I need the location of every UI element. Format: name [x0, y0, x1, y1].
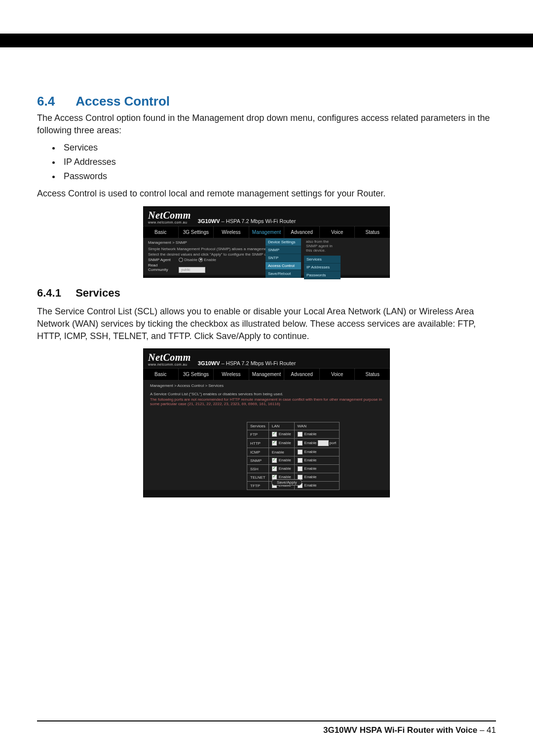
submenu-services[interactable]: Services — [304, 256, 341, 264]
wan-cell: Enable — [294, 456, 340, 465]
lan-enable-label: Enable — [279, 441, 291, 445]
submenu-passwords[interactable]: Passwords — [304, 271, 341, 279]
nav-advanced[interactable]: Advanced — [284, 227, 319, 238]
read-community-label: Read Community — [148, 263, 178, 272]
service-name: TFTP — [247, 482, 269, 490]
wan-enable-checkbox[interactable] — [298, 466, 303, 471]
wan-enable-checkbox[interactable] — [298, 432, 303, 437]
service-name: FTP — [247, 430, 269, 439]
wan-enable-checkbox[interactable] — [298, 458, 303, 463]
nav-3g-settings[interactable]: 3G Settings — [178, 227, 214, 238]
brand-url: www.netcomm.com.au — [148, 363, 191, 366]
page-content: 6.4 Access Control The Access Control op… — [37, 94, 496, 506]
list-item: IP Addresses — [61, 157, 496, 167]
wan-enable-label: Enable — [305, 432, 317, 436]
wan-enable-label: Enable — [305, 450, 317, 454]
nav-wireless[interactable]: Wireless — [213, 227, 249, 238]
intro-paragraph-2: Access Control is used to control local … — [37, 188, 496, 200]
col-wan: WAN — [294, 422, 340, 430]
section-title: Access Control — [76, 94, 170, 109]
lan-enable-checkbox[interactable] — [272, 432, 277, 437]
service-name: SSH — [247, 465, 269, 473]
snmp-agent-trailing-text: also from the SNMP agent in this device. — [304, 238, 341, 256]
footer-product: 3G10WV HSPA Wi-Fi Router with Voice — [323, 725, 477, 735]
dropdown-snmp[interactable]: SNMP — [266, 246, 301, 254]
col-lan: LAN — [268, 422, 294, 430]
lan-enable-checkbox[interactable] — [272, 441, 277, 446]
wan-cell: Enable — [294, 448, 340, 456]
brand-block: NetComm www.netcomm.com.au — [148, 352, 191, 366]
submenu-ip-addresses[interactable]: IP Addresses — [304, 264, 341, 271]
subsection-number: 6.4.1 — [37, 287, 73, 300]
table-row: SSHEnableEnable — [247, 465, 340, 473]
nav-voice[interactable]: Voice — [319, 227, 355, 238]
service-name: TELNET — [247, 473, 269, 482]
dropdown-device-settings[interactable]: Device Settings — [266, 238, 301, 246]
list-item: Passwords — [61, 171, 496, 182]
breadcrumb: Management > Access Control > Services — [150, 383, 383, 388]
section-heading: 6.4 Access Control — [37, 94, 496, 109]
document-page: 6.4 Access Control The Access Control op… — [0, 0, 533, 756]
wan-enable-label: Enable — [305, 483, 317, 488]
dropdown-sntp[interactable]: SNTP — [266, 254, 301, 262]
lan-enable-checkbox[interactable] — [272, 458, 277, 463]
screenshot-access-control-menu: NetComm www.netcomm.com.au 3G10WV – HSPA… — [37, 206, 496, 278]
router-ui-snmp: NetComm www.netcomm.com.au 3G10WV – HSPA… — [143, 206, 390, 278]
wan-enable-checkbox[interactable] — [298, 450, 303, 454]
nav-status[interactable]: Status — [354, 227, 390, 238]
table-row: HTTPEnableEnableport — [247, 439, 340, 448]
col-services: Services — [247, 422, 269, 430]
nav-basic[interactable]: Basic — [143, 369, 178, 380]
list-item: Services — [61, 143, 496, 153]
router-nav: Basic 3G Settings Wireless Management Ad… — [143, 368, 390, 380]
router-body-services: Management > Access Control > Services A… — [143, 380, 390, 490]
radio-disable[interactable] — [179, 258, 183, 262]
brand-logo: NetComm — [148, 352, 191, 362]
intro-paragraph: The Access Control option found in the M… — [37, 112, 496, 137]
table-row: SNMPEnableEnable — [247, 456, 340, 465]
wan-enable-label: Enable — [305, 441, 317, 445]
lan-cell: Enable — [268, 430, 294, 439]
nav-status[interactable]: Status — [354, 369, 390, 380]
nav-basic[interactable]: Basic — [143, 227, 178, 238]
nav-voice[interactable]: Voice — [319, 369, 355, 380]
wan-port-input[interactable] — [318, 440, 329, 446]
save-apply-button[interactable]: Save/Apply — [271, 479, 302, 486]
subsection-heading: 6.4.1 Services — [37, 287, 496, 300]
lan-cell: Enable — [268, 448, 294, 456]
lan-enable-label: Enable — [272, 450, 284, 454]
dropdown-access-control[interactable]: Access Control — [266, 262, 301, 270]
wan-enable-label: Enable — [305, 466, 317, 471]
lan-enable-label: Enable — [279, 458, 291, 462]
wan-enable-checkbox[interactable] — [298, 441, 303, 446]
device-title: 3G10WV – HSPA 7.2 Mbps Wi-Fi Router — [198, 360, 296, 366]
subsection-paragraph: The Service Control List (SCL) allows yo… — [37, 305, 496, 343]
wan-cell: Enable — [294, 430, 340, 439]
screenshot-services: NetComm www.netcomm.com.au 3G10WV – HSPA… — [37, 348, 496, 497]
brand-url: www.netcomm.com.au — [148, 221, 191, 224]
nav-management[interactable]: Management — [249, 227, 284, 238]
radio-enable[interactable] — [198, 258, 203, 262]
nav-wireless[interactable]: Wireless — [213, 369, 249, 380]
nav-management[interactable]: Management — [249, 369, 284, 380]
lan-enable-checkbox[interactable] — [272, 466, 277, 471]
radio-disable-label: Disable — [184, 258, 197, 262]
device-desc: – HSPA 7.2 Mbps Wi-Fi Router — [220, 360, 296, 366]
nav-3g-settings[interactable]: 3G Settings — [178, 369, 214, 380]
scl-desc-line1: A Service Control List ("SCL") enables o… — [150, 392, 383, 396]
lan-enable-label: Enable — [279, 475, 291, 479]
table-header-row: Services LAN WAN — [247, 422, 340, 430]
brand-block: NetComm www.netcomm.com.au — [148, 210, 191, 224]
router-body-snmp: Management > SNMP Simple Network Managem… — [143, 238, 390, 275]
access-control-submenu: also from the SNMP agent in this device.… — [304, 238, 341, 279]
read-community-input[interactable]: public — [179, 267, 205, 273]
router-brand-bar: NetComm www.netcomm.com.au 3G10WV – HSPA… — [143, 348, 390, 368]
wan-port-label: port — [330, 441, 337, 445]
nav-advanced[interactable]: Advanced — [284, 369, 319, 380]
header-black-bar — [0, 34, 533, 47]
router-ui-services: NetComm www.netcomm.com.au 3G10WV – HSPA… — [143, 348, 390, 497]
snmp-agent-label: SNMP Agent — [148, 258, 178, 262]
wan-cell: Enableport — [294, 439, 340, 448]
dropdown-save-reboot[interactable]: Save/Reboot — [266, 270, 301, 278]
footer-sep: – — [477, 725, 487, 735]
